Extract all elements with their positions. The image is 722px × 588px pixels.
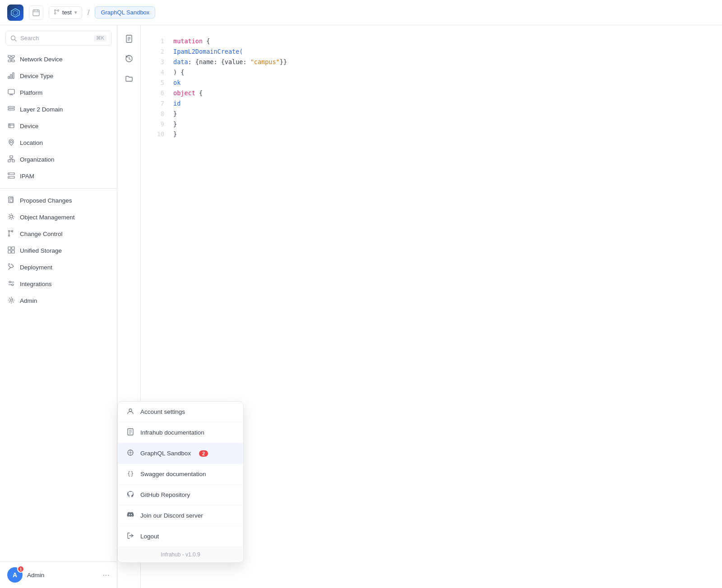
search-bar[interactable]: Search ⌘K (5, 31, 111, 46)
svg-point-63 (129, 409, 132, 412)
svg-rect-48 (8, 247, 11, 250)
device-icon (7, 122, 15, 130)
app-logo[interactable] (7, 5, 23, 21)
graphql-sandbox-tab[interactable]: GraphQL Sandbox (95, 6, 155, 19)
sidebar-item-layer2-domain[interactable]: Layer 2 Domain (0, 101, 117, 118)
branch-icon (54, 9, 60, 16)
sidebar-user[interactable]: A 1 Admin ⋯ (0, 561, 117, 588)
graphql-sandbox-badge: 2 (199, 450, 208, 457)
svg-rect-31 (10, 156, 13, 158)
svg-rect-20 (10, 74, 12, 79)
sidebar-label-location: Location (20, 139, 43, 146)
sidebar-item-device-type[interactable]: Device Type (0, 68, 117, 84)
svg-point-30 (10, 141, 13, 143)
sym-token: ) { (173, 69, 184, 76)
line-content: object { (173, 88, 203, 98)
infrahub-docs-icon (126, 428, 135, 437)
dropdown-item-github-repo[interactable]: GitHub Repository (118, 485, 243, 505)
sidebar-item-ipam[interactable]: IPAM (0, 168, 117, 185)
svg-rect-32 (8, 160, 10, 162)
branch-name: test (62, 9, 72, 16)
svg-marker-0 (11, 9, 19, 17)
infrahub-docs-label: Infrahub documentation (140, 429, 204, 436)
dropdown-item-graphql-sandbox[interactable]: GraphQL Sandbox2 (118, 443, 243, 464)
sidebar-item-network-device[interactable]: Network Device (0, 51, 117, 68)
user-initials: A (13, 571, 17, 579)
line-number: 7 (155, 98, 164, 109)
sidebar-item-deployment[interactable]: Deployment (0, 259, 117, 276)
sidebar-item-platform[interactable]: Platform (0, 84, 117, 101)
topbar: test ▾ / GraphQL Sandbox (0, 0, 722, 25)
main-layout: Search ⌘K Network Device Device Type (0, 25, 722, 588)
dropdown-item-swagger-docs[interactable]: {}Swagger documentation (118, 464, 243, 485)
user-more-button[interactable]: ⋯ (102, 571, 110, 579)
branch-selector[interactable]: test ▾ (49, 6, 82, 19)
sidebar-item-unified-storage[interactable]: Unified Storage (0, 242, 117, 259)
calendar-button[interactable] (29, 5, 43, 20)
folder-tool[interactable] (121, 70, 137, 87)
code-line: 7 id (155, 98, 708, 109)
sidebar-label-proposed-changes: Proposed Changes (20, 197, 72, 204)
network-device-icon (7, 55, 15, 64)
line-number: 6 (155, 88, 164, 98)
sidebar-label-layer2-domain: Layer 2 Domain (20, 106, 63, 113)
sidebar-label-device: Device (20, 123, 38, 130)
dropdown-item-infrahub-docs[interactable]: Infrahub documentation (118, 422, 243, 443)
sidebar-item-organization[interactable]: Organization (0, 151, 117, 168)
sidebar-item-location[interactable]: Location (0, 134, 117, 151)
line-content: id (173, 98, 180, 109)
graphql-sandbox-label: GraphQL Sandbox (140, 450, 191, 457)
history-tool[interactable] (121, 51, 137, 67)
svg-rect-25 (8, 106, 14, 108)
kw-ok-token: ok (173, 79, 180, 86)
topbar-separator: / (88, 9, 89, 17)
user-notification-badge: 1 (17, 565, 24, 573)
github-repo-icon (126, 491, 135, 499)
logout-icon (126, 532, 135, 541)
sidebar-divider (0, 188, 117, 189)
sidebar-item-integrations[interactable]: Integrations (0, 276, 117, 292)
dropdown-item-logout[interactable]: Logout (118, 526, 243, 546)
discord-icon (126, 511, 135, 520)
location-icon (7, 139, 15, 147)
svg-rect-14 (12, 60, 14, 62)
svg-point-8 (55, 13, 56, 14)
dropdown-item-account-settings[interactable]: Account settings (118, 402, 243, 422)
svg-rect-37 (8, 176, 14, 178)
sidebar-item-proposed-changes[interactable]: Proposed Changes (0, 192, 117, 209)
code-line: 10} (155, 129, 708, 139)
sidebar-item-change-control[interactable]: Change Control (0, 226, 117, 242)
line-content: IpamL2DomainCreate( (173, 46, 243, 57)
svg-point-53 (9, 281, 11, 283)
file-tool[interactable] (121, 31, 137, 47)
sidebar-item-admin[interactable]: Admin (0, 292, 117, 309)
svg-line-52 (9, 268, 10, 269)
code-line: 9 } (155, 119, 708, 130)
dropdown-item-discord[interactable]: Join our Discord server (118, 505, 243, 526)
sidebar-item-device[interactable]: Device (0, 118, 117, 134)
user-avatar: A 1 (7, 567, 23, 583)
logout-label: Logout (140, 533, 159, 540)
user-name: Admin (27, 572, 98, 579)
discord-label: Join our Discord server (140, 512, 203, 519)
svg-rect-21 (13, 73, 14, 79)
sidebar-nav: Network Device Device Type Platform (0, 51, 117, 561)
device-type-icon (7, 72, 15, 80)
code-line: 4 ) { (155, 67, 708, 78)
sym-token: } (173, 120, 177, 128)
fn-name-token: IpamL2DomainCreate( (173, 48, 243, 55)
svg-point-38 (9, 173, 10, 174)
sym-token: : { (188, 58, 199, 65)
change-control-icon (7, 230, 15, 238)
kw-object-token: object (173, 89, 195, 97)
line-number: 2 (155, 46, 164, 57)
line-content: data: {name: {value: "campus"}} (173, 57, 287, 67)
line-content: } (173, 109, 177, 119)
proposed-changes-icon (7, 196, 15, 205)
line-number: 3 (155, 57, 164, 67)
svg-marker-1 (13, 10, 18, 15)
svg-point-39 (9, 177, 10, 178)
integrations-icon (7, 280, 15, 288)
sidebar-item-object-management[interactable]: Object Management (0, 209, 117, 226)
code-line: 3 data: {name: {value: "campus"}} (155, 57, 708, 67)
